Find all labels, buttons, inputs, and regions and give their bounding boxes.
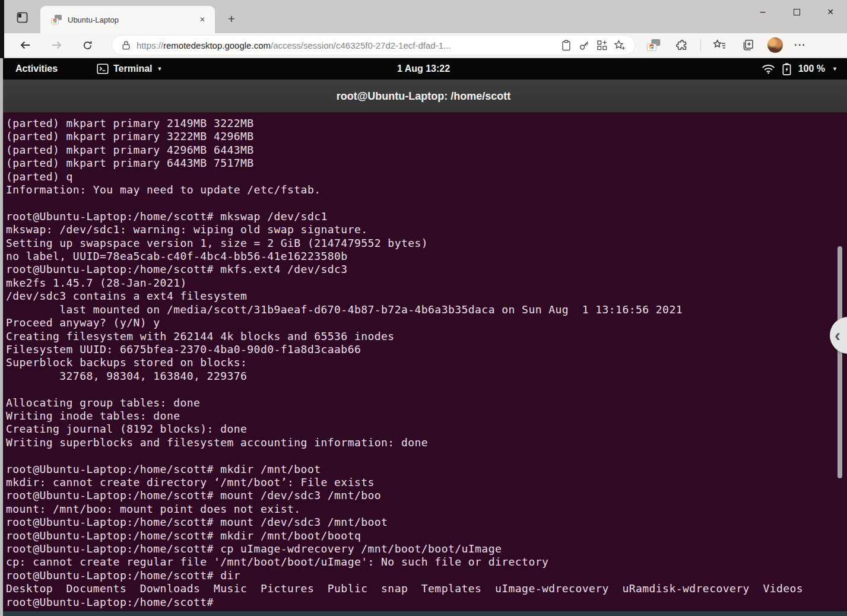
star-plus-icon bbox=[614, 40, 626, 51]
star-list-icon bbox=[713, 39, 726, 51]
browser-titlebar: Ubuntu-Laptop ✕ + – ✕ bbox=[0, 0, 847, 33]
bottom-edge-strip bbox=[0, 611, 847, 616]
terminal-title: root@Ubuntu-Laptop: /home/scott bbox=[0, 80, 847, 113]
terminal-line: mkswap: /dev/sdc1: warning: wiping old s… bbox=[6, 223, 847, 236]
window-minimize-button[interactable]: – bbox=[749, 0, 776, 24]
key-icon bbox=[579, 40, 590, 51]
collections-icon bbox=[742, 39, 754, 51]
terminal-line: Writing inode tables: done bbox=[6, 409, 847, 423]
browser-toolbar: https://remotedesktop.google.com/access/… bbox=[0, 33, 847, 58]
refresh-icon bbox=[82, 40, 93, 51]
terminal-app-icon bbox=[97, 63, 109, 74]
terminal-line: (parted) mkpart primary 3222MB 4296MB bbox=[6, 130, 847, 143]
address-bar[interactable]: https://remotedesktop.google.com/access/… bbox=[112, 35, 635, 55]
screen-left-edge-dark bbox=[0, 0, 4, 58]
forward-arrow-icon bbox=[50, 40, 62, 50]
terminal-line: root@Ubuntu-Laptop:/home/scott# cp uImag… bbox=[6, 542, 847, 555]
wifi-icon bbox=[762, 64, 775, 74]
terminal-line: root@Ubuntu-Laptop:/home/scott# mount /d… bbox=[6, 516, 847, 529]
copy-url-button[interactable] bbox=[557, 36, 575, 54]
terminal-line bbox=[6, 449, 847, 462]
chevron-left-icon: ‹ bbox=[835, 325, 840, 345]
add-favorite-button[interactable] bbox=[611, 36, 629, 54]
remote-desktop-icon bbox=[647, 39, 661, 51]
url-scheme: https:// bbox=[137, 40, 163, 50]
terminal-screen[interactable]: (parted) mkpart primary 2149MB 3222MB(pa… bbox=[0, 113, 847, 611]
math-solver-button[interactable] bbox=[593, 36, 611, 54]
terminal-output: (parted) mkpart primary 2149MB 3222MB(pa… bbox=[0, 113, 847, 609]
terminal-line: Desktop Documents Downloads Music Pictur… bbox=[6, 582, 847, 595]
terminal-line: (parted) mkpart primary 4296MB 6443MB bbox=[6, 144, 847, 157]
system-menu-caret-icon: ▼ bbox=[832, 66, 838, 72]
tab-close-icon[interactable]: ✕ bbox=[196, 13, 209, 26]
profile-avatar[interactable] bbox=[767, 37, 783, 53]
terminal-line: Proceed anyway? (y/N) y bbox=[6, 316, 847, 329]
remote-desktop-extension-button[interactable] bbox=[643, 35, 664, 55]
terminal-line: root@Ubuntu-Laptop:/home/scott# mount /d… bbox=[6, 489, 847, 502]
terminal-line: (parted) q bbox=[6, 170, 847, 183]
maximize-icon bbox=[794, 9, 800, 15]
terminal-line: Filesystem UUID: 6675bfea-2370-4ba0-90d0… bbox=[6, 343, 847, 356]
activities-button[interactable]: Activities bbox=[15, 58, 58, 80]
battery-charging-icon bbox=[782, 63, 791, 75]
terminal-line: Allocating group tables: done bbox=[6, 396, 847, 409]
settings-and-more-button[interactable]: ··· bbox=[790, 35, 810, 55]
browser-tab[interactable]: Ubuntu-Laptop ✕ bbox=[40, 6, 215, 33]
new-tab-button[interactable]: + bbox=[223, 11, 240, 27]
window-close-button[interactable]: ✕ bbox=[817, 0, 844, 24]
back-arrow-icon bbox=[20, 40, 31, 50]
terminal-line: root@Ubuntu-Laptop:/home/scott# mkfs.ext… bbox=[6, 263, 847, 276]
password-manager-button[interactable] bbox=[575, 36, 593, 54]
tab-actions-menu-button[interactable] bbox=[13, 9, 31, 25]
terminal-line: Setting up swapspace version 1, size = 2… bbox=[6, 237, 847, 250]
url-host: remotedesktop.google.com bbox=[163, 40, 271, 50]
terminal-line: mount: /mnt/boo: mount point does not ex… bbox=[6, 503, 847, 516]
lock-icon bbox=[122, 40, 131, 50]
terminal-line: 32768, 98304, 163840, 229376 bbox=[6, 370, 847, 383]
terminal-line: Writing superblocks and filesystem accou… bbox=[6, 436, 847, 449]
refresh-button[interactable] bbox=[77, 35, 97, 55]
terminal-scrollbar[interactable] bbox=[838, 246, 842, 478]
grid-plus-icon bbox=[597, 40, 608, 51]
terminal-line bbox=[6, 383, 847, 396]
terminal-app-label: Terminal bbox=[113, 63, 153, 74]
terminal-line: (parted) mkpart primary 6443MB 7517MB bbox=[6, 157, 847, 170]
terminal-line: mke2fs 1.45.7 (28-Jan-2021) bbox=[6, 277, 847, 290]
favorites-button[interactable] bbox=[709, 35, 729, 55]
terminal-line: root@Ubuntu-Laptop:/home/scott# bbox=[6, 596, 847, 609]
terminal-line: root@Ubuntu-Laptop:/home/scott# mkdir /m… bbox=[6, 463, 847, 476]
tab-actions-icon bbox=[16, 11, 28, 24]
terminal-line: root@Ubuntu-Laptop:/home/scott# mkdir /m… bbox=[6, 529, 847, 542]
terminal-line: cp: cannot create regular file '/mnt/boo… bbox=[6, 555, 847, 569]
terminal-line bbox=[6, 196, 847, 209]
window-maximize-button[interactable] bbox=[783, 0, 810, 24]
terminal-line: Information: You may need to update /etc… bbox=[6, 183, 847, 196]
clipboard-icon bbox=[562, 40, 571, 51]
terminal-line: no label, UUID=78ea5cab-c40f-4bc4-bb56-4… bbox=[6, 250, 847, 263]
toolbar-divider bbox=[700, 39, 701, 52]
app-menu-caret-icon: ▼ bbox=[157, 66, 163, 72]
terminal-line: Creating filesystem with 262144 4k block… bbox=[6, 330, 847, 343]
terminal-headerbar: root@Ubuntu-Laptop: /home/scott ≡ ✕ bbox=[0, 80, 847, 113]
collections-button[interactable] bbox=[738, 35, 758, 55]
terminal-line: /dev/sdc3 contains a ext4 filesystem bbox=[6, 290, 847, 303]
terminal-line: (parted) mkpart primary 2149MB 3222MB bbox=[6, 117, 847, 130]
terminal-line: root@Ubuntu-Laptop:/home/scott# mkswap /… bbox=[6, 210, 847, 223]
screen-left-edge-light bbox=[0, 58, 3, 616]
url-text: https://remotedesktop.google.com/access/… bbox=[137, 40, 557, 50]
puzzle-piece-icon bbox=[676, 39, 689, 52]
battery-percent-label: 100 % bbox=[798, 63, 825, 74]
extensions-button[interactable] bbox=[672, 35, 692, 55]
terminal-line: last mounted on /media/scott/31b9aeaf-d6… bbox=[6, 303, 847, 316]
back-button[interactable] bbox=[15, 35, 36, 55]
url-path: /access/session/c46325f0-27d2-1ecf-dfad-… bbox=[271, 40, 451, 50]
gnome-top-bar: 1 Aug 13:22 Activities Terminal ▼ 100 % bbox=[0, 58, 847, 80]
terminal-line: mkdir: cannot create directory ‘/mnt/boo… bbox=[6, 476, 847, 489]
terminal-line: root@Ubuntu-Laptop:/home/scott# dir bbox=[6, 569, 847, 582]
terminal-line: Creating journal (8192 blocks): done bbox=[6, 423, 847, 436]
remote-desktop-favicon bbox=[51, 15, 62, 24]
forward-button[interactable] bbox=[46, 35, 66, 55]
system-status-menu[interactable]: 100 % ▼ bbox=[762, 58, 838, 80]
terminal-line: Superblock backups stored on blocks: bbox=[6, 356, 847, 369]
terminal-app-menu[interactable]: Terminal ▼ bbox=[97, 58, 162, 80]
